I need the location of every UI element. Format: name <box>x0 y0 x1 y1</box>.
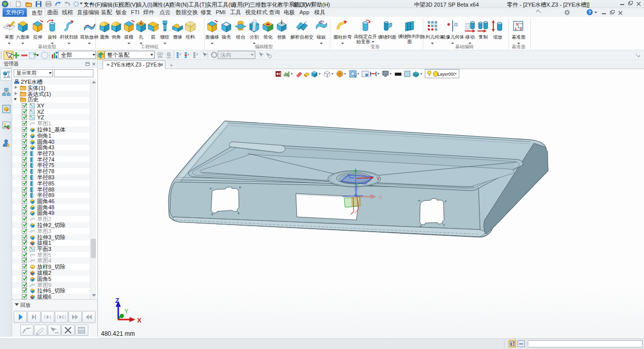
svg-text:Y: Y <box>377 176 380 181</box>
svg-text:Y: Y <box>124 308 128 315</box>
svg-text:480.421 mm: 480.421 mm <box>101 330 135 337</box>
svg-text:Z: Z <box>115 297 119 304</box>
svg-text:X: X <box>137 316 142 324</box>
svg-text:X: X <box>379 194 383 200</box>
